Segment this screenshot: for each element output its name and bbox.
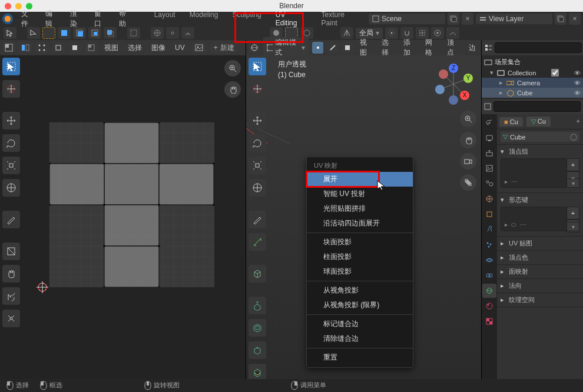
- scene-browse-button[interactable]: [448, 13, 459, 25]
- blender-logo-icon[interactable]: [2, 14, 13, 24]
- vp-menu-select[interactable]: 选择: [379, 38, 397, 58]
- visibility-icon[interactable]: 👁: [574, 89, 581, 97]
- tool-select-box[interactable]: [2, 58, 20, 75]
- select-tool-icon[interactable]: [4, 27, 16, 39]
- vp-tool-loopcut[interactable]: [249, 364, 266, 379]
- ctx-item-lightmap[interactable]: 光照贴图拼排: [307, 201, 413, 216]
- uv-editor-type-dropdown[interactable]: [2, 42, 15, 54]
- outliner-type-dropdown[interactable]: [484, 42, 492, 54]
- ptab-world[interactable]: [482, 192, 496, 206]
- vp-tool-transform[interactable]: [249, 179, 266, 197]
- menu-help[interactable]: 帮助: [114, 8, 138, 30]
- layer-remove-button[interactable]: ×: [569, 13, 581, 25]
- menu-window[interactable]: 窗口: [90, 8, 113, 30]
- disclosure-icon[interactable]: ▾: [489, 69, 495, 77]
- ptab-modifier[interactable]: [482, 222, 496, 237]
- ctx-item-project-view-bounds[interactable]: 从视角投影 (限界): [307, 298, 413, 313]
- scene-name-field[interactable]: Scene: [369, 14, 445, 24]
- tool-pinch[interactable]: [2, 310, 20, 327]
- vp-tool-inset[interactable]: [249, 319, 266, 337]
- vp-tool-measure[interactable]: [249, 233, 266, 251]
- vg-menu-button[interactable]: ▾: [567, 178, 579, 188]
- visibility-icon[interactable]: 👁: [574, 69, 581, 77]
- view-layer-field[interactable]: View Layer: [476, 14, 552, 24]
- vp-tool-extrude[interactable]: [249, 297, 266, 314]
- breadcrumb-chip-a[interactable]: ■ Cu: [499, 117, 523, 127]
- shield-icon[interactable]: ◯: [570, 133, 577, 141]
- ctx-item-reset[interactable]: 重置: [307, 350, 413, 365]
- ctx-item-clear-seam[interactable]: 清除缝合边: [307, 331, 413, 346]
- nav-gizmo[interactable]: Z Y X: [433, 64, 474, 105]
- extra-tool-c[interactable]: [181, 27, 194, 39]
- axis-x[interactable]: X: [460, 91, 469, 100]
- disclosure-icon[interactable]: ▸: [498, 79, 504, 87]
- tool-rotate[interactable]: [2, 134, 20, 152]
- tool-grab[interactable]: [2, 265, 20, 283]
- outliner-filter-search[interactable]: [495, 42, 582, 53]
- uv-image-browse[interactable]: [191, 42, 207, 54]
- snap-dropdown[interactable]: [416, 27, 429, 39]
- uv-new-image-button[interactable]: +新建: [210, 42, 238, 54]
- extra-tool-b[interactable]: [166, 27, 179, 39]
- vp-tool-scale[interactable]: [249, 157, 266, 174]
- vp-selmode-edge[interactable]: [327, 42, 338, 54]
- section-vertex-colors[interactable]: ▸顶点色: [501, 253, 579, 262]
- uv-selmode-edge[interactable]: [52, 42, 65, 54]
- menu-edit[interactable]: 编辑: [41, 8, 64, 30]
- properties-search[interactable]: [493, 101, 581, 112]
- vp-menu-vertex[interactable]: 顶点: [444, 38, 462, 58]
- vp-tool-move[interactable]: [249, 112, 266, 129]
- section-vertex-groups[interactable]: ▾顶点组: [501, 147, 579, 156]
- uv-selmode-vert[interactable]: [35, 42, 48, 54]
- outliner-collection[interactable]: ▾ Collection 👁: [482, 68, 583, 78]
- ptab-material[interactable]: [482, 299, 496, 313]
- vp-tool-cursor[interactable]: [249, 80, 266, 98]
- orientation-icon[interactable]: [340, 27, 353, 39]
- vp-tool-bevel[interactable]: [249, 341, 266, 359]
- disclosure-icon[interactable]: ▸: [498, 89, 504, 97]
- vp-tool-add-cube[interactable]: [249, 265, 266, 283]
- uv-menu-image[interactable]: 图像: [148, 43, 168, 53]
- tool-rip[interactable]: [2, 242, 20, 260]
- outliner-cube[interactable]: ▸ Cube 👁: [482, 88, 583, 98]
- proportional-toggle[interactable]: [431, 27, 444, 39]
- ptab-output[interactable]: [482, 146, 496, 160]
- ctx-item-project-view[interactable]: 从视角投影: [307, 283, 413, 298]
- section-shape-keys[interactable]: ▾形态键: [501, 195, 579, 204]
- tab-texture-paint[interactable]: Texture Paint: [314, 9, 367, 28]
- orientation-dropdown[interactable]: 全局▾: [356, 28, 383, 39]
- vp-menu-mesh[interactable]: 网格: [422, 38, 440, 58]
- collection-exclude-checkbox[interactable]: [551, 69, 559, 77]
- vp-menu-view[interactable]: 视图: [357, 38, 375, 58]
- ptab-physics[interactable]: [482, 253, 496, 267]
- ctx-item-follow-quads[interactable]: 沿活动四边面展开: [307, 216, 413, 231]
- axis-neg-y[interactable]: [435, 85, 445, 94]
- uv-selmode-face[interactable]: [68, 42, 81, 54]
- ctx-item-cyl-proj[interactable]: 柱面投影: [307, 250, 413, 264]
- layer-browse-button[interactable]: [555, 13, 567, 25]
- pivot-icon[interactable]: [385, 27, 398, 39]
- ctx-item-mark-seam[interactable]: 标记缝合边: [307, 317, 413, 331]
- uv-zoom-gizmo[interactable]: [224, 60, 241, 77]
- ptab-data[interactable]: [482, 284, 496, 298]
- section-face-maps[interactable]: ▸面映射: [501, 267, 579, 276]
- axis-neg-z[interactable]: [449, 95, 458, 105]
- tab-modeling[interactable]: Modeling: [183, 9, 226, 28]
- snap-toggle[interactable]: [400, 27, 413, 39]
- section-normals[interactable]: ▸法向: [501, 281, 579, 290]
- uv-canvas[interactable]: [0, 55, 246, 379]
- menu-file[interactable]: 文件: [16, 8, 40, 30]
- vp-persp-gizmo[interactable]: [460, 174, 476, 191]
- ptab-render[interactable]: [482, 131, 496, 145]
- ptab-object[interactable]: [482, 207, 496, 221]
- uv-menu-select[interactable]: 选择: [125, 43, 145, 53]
- axis-neg-x[interactable]: [439, 69, 448, 79]
- ctx-item-cube-proj[interactable]: 块面投影: [307, 235, 413, 250]
- tool-cursor[interactable]: [2, 80, 20, 98]
- ptab-tool[interactable]: [482, 115, 496, 129]
- properties-type-dropdown[interactable]: [484, 101, 491, 112]
- extra-tool-a[interactable]: [151, 27, 164, 39]
- ctx-item-smart-uv[interactable]: 智能 UV 投射: [307, 187, 413, 201]
- vp-selmode-vert[interactable]: [312, 42, 323, 54]
- sk-menu-button[interactable]: ▾: [567, 222, 579, 231]
